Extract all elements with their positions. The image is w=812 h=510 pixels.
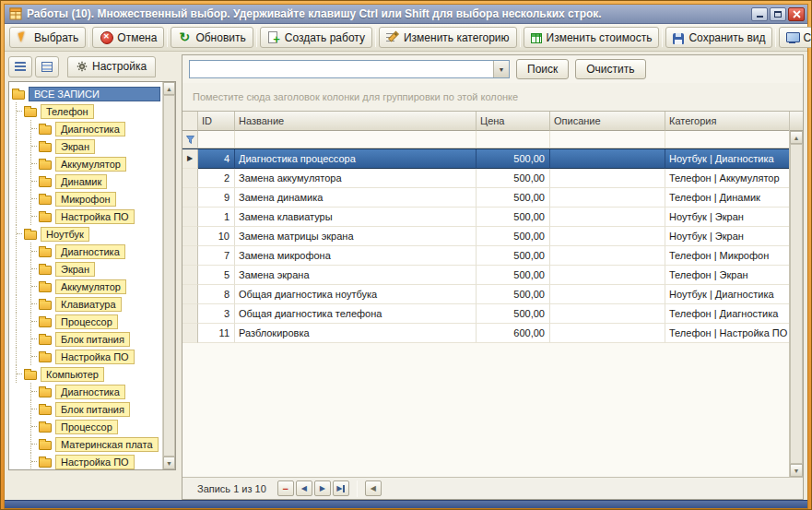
category-tree: ВСЕ ЗАПИСИ Телефон	[9, 82, 162, 469]
column-header-price[interactable]: Цена	[477, 112, 550, 131]
tree-item[interactable]: Диагностика	[9, 243, 162, 260]
search-button[interactable]: Поиск	[516, 59, 569, 79]
scroll-down-icon[interactable]: ▼	[163, 457, 175, 469]
cell-id: 5	[198, 266, 235, 285]
tree-item[interactable]: Экран	[9, 137, 162, 155]
tree-item[interactable]: Компьютер	[9, 365, 162, 383]
tree-item[interactable]: ВСЕ ЗАПИСИ	[9, 85, 162, 102]
tree-item[interactable]: Блок питания	[9, 330, 162, 348]
table-row[interactable]: 8 Общая диагностика ноутбука 500,00 Ноут…	[182, 285, 789, 304]
scroll-up-icon[interactable]: ▲	[790, 131, 803, 144]
cell-name: Замена экрана	[235, 266, 477, 285]
tree-item[interactable]: Настройка ПО	[9, 453, 162, 469]
create-work-button[interactable]: Создать работу	[260, 27, 372, 48]
tree-item[interactable]: Телефон	[9, 102, 162, 120]
table-row[interactable]: 5 Замена экрана 500,00 Телефон | Экран	[182, 266, 789, 285]
row-indicator: ▶	[182, 149, 198, 169]
tree-connector	[31, 303, 37, 304]
cell-category: Телефон | Настройка ПО	[665, 324, 789, 343]
tree-item-label: Динамик	[55, 174, 107, 189]
column-header-description[interactable]: Описание	[550, 112, 665, 131]
folder-icon	[39, 388, 52, 397]
grid-vertical-scrollbar[interactable]: ▲ ▼	[789, 112, 803, 477]
table-row[interactable]: 9 Замена динамика 500,00 Телефон | Динам…	[182, 188, 789, 208]
table-row[interactable]: 10 Замена матрицы экрана 500,00 Ноутбук …	[182, 227, 789, 246]
grid-scroll-thumb[interactable]	[790, 144, 803, 464]
tree-item[interactable]: Настройка ПО	[9, 208, 162, 225]
select-work-button[interactable]: Выбрать	[9, 27, 86, 48]
last-record-button[interactable]: ▶	[333, 480, 349, 496]
table-row[interactable]: 7 Замена микрофона 500,00 Телефон | Микр…	[182, 246, 789, 266]
column-header-id[interactable]: ID	[198, 112, 235, 131]
tree-item[interactable]: Экран	[9, 260, 162, 278]
tree-item[interactable]: Аккумулятор	[9, 155, 162, 172]
filter-cell-description[interactable]	[550, 131, 665, 148]
button-label: Изменить категорию	[404, 31, 510, 44]
table-row[interactable]: 11 Разблокировка 600,00 Телефон | Настро…	[182, 324, 789, 343]
tree-item[interactable]: Аккумулятор	[9, 278, 162, 295]
view-list-button[interactable]	[8, 56, 32, 77]
table-row[interactable]: 2 Замена аккумулятора 500,00 Телефон | А…	[182, 169, 789, 188]
scroll-up-icon[interactable]: ▲	[163, 82, 175, 95]
next-record-button[interactable]: ▶	[314, 480, 331, 496]
close-button[interactable]	[788, 7, 805, 21]
tree-item[interactable]: Процессор	[9, 313, 162, 330]
add-icon	[267, 31, 280, 43]
filter-cell-id[interactable]	[198, 131, 235, 148]
prev-record-button[interactable]: ◀	[296, 480, 312, 496]
cell-name: Общая диагностика телефона	[235, 304, 477, 324]
toolbar-separator	[375, 29, 376, 47]
scrollbar-corner	[790, 112, 803, 131]
toolbar-separator	[775, 29, 776, 47]
folder-icon	[39, 248, 52, 257]
refresh-button[interactable]: ↻ Обновить	[171, 27, 253, 48]
cell-description	[550, 324, 665, 343]
tree-item[interactable]: Микрофон	[9, 190, 162, 208]
filter-cell-category[interactable]	[665, 131, 789, 148]
tree-scroll-thumb[interactable]	[163, 95, 175, 457]
filter-cell-price[interactable]	[477, 131, 550, 148]
screenshot-button[interactable]: Скриншот ▼	[779, 27, 812, 48]
tree-item[interactable]: Диагностика	[9, 383, 162, 400]
button-label: Создать работу	[285, 31, 365, 44]
save-view-button[interactable]: Сохранить вид	[665, 27, 772, 48]
row-indicator	[182, 227, 198, 246]
search-input[interactable]	[190, 61, 493, 77]
tree-item[interactable]: Ноутбук	[9, 225, 162, 243]
tree-item[interactable]: Процессор	[9, 418, 162, 435]
change-price-button[interactable]: Изменить стоимость	[524, 27, 660, 48]
delete-record-button[interactable]: −	[277, 480, 294, 496]
group-by-hint: Поместите сюда заголовок колонки для гру…	[193, 91, 518, 102]
maximize-button[interactable]	[770, 7, 786, 21]
hscroll-left-button[interactable]: ◀	[365, 480, 382, 496]
tree-item[interactable]: Настройка ПО	[9, 348, 162, 365]
table-row[interactable]: ▶ 4 Диагностика процессора 500,00 Ноутбу…	[182, 148, 789, 169]
tree-item[interactable]: Клавиатура	[9, 295, 162, 313]
cell-name: Замена матрицы экрана	[235, 227, 477, 246]
column-header-name[interactable]: Название	[235, 112, 477, 131]
tree-item[interactable]: Динамик	[9, 172, 162, 190]
scroll-down-icon[interactable]: ▼	[790, 464, 803, 477]
tree-scrollbar[interactable]: ▲ ▼	[162, 82, 175, 469]
tree-item[interactable]: Блок питания	[9, 400, 162, 418]
cell-category: Ноутбук | Экран	[665, 227, 789, 246]
change-category-button[interactable]: Изменить категорию	[379, 27, 517, 48]
tree-item-label: Процессор	[55, 420, 118, 434]
cell-price: 500,00	[477, 169, 550, 188]
column-header-category[interactable]: Категория	[665, 112, 789, 131]
folder-icon	[39, 125, 52, 135]
group-by-panel[interactable]: Поместите сюда заголовок колонки для гру…	[182, 83, 803, 111]
filter-cell-name[interactable]	[235, 131, 477, 148]
minimize-button[interactable]	[751, 7, 768, 21]
tree-item-label: Экран	[55, 262, 95, 277]
clear-button[interactable]: Очистить	[575, 59, 645, 79]
table-row[interactable]: 1 Замена клавиатуры 500,00 Ноутбук | Экр…	[182, 208, 789, 227]
cell-id: 4	[198, 149, 235, 169]
settings-button[interactable]: Настройка	[67, 56, 156, 77]
cancel-button[interactable]: Отмена	[92, 27, 164, 48]
tree-item[interactable]: Диагностика	[9, 120, 162, 137]
table-row[interactable]: 3 Общая диагностика телефона 500,00 Теле…	[182, 304, 789, 324]
view-table-button[interactable]	[35, 56, 59, 77]
tree-item[interactable]: Материнская плата	[9, 435, 162, 453]
combo-dropdown-button[interactable]: ▼	[493, 61, 509, 77]
